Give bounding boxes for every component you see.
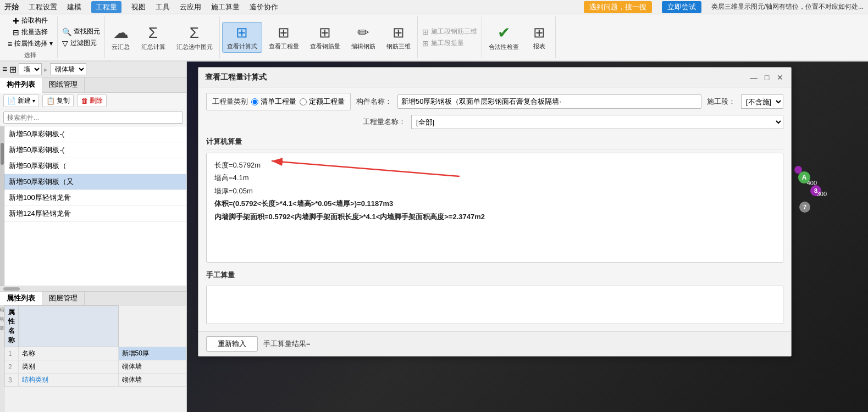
- delete-component-btn[interactable]: 🗑 删除: [77, 94, 107, 107]
- scroll-indicator[interactable]: [0, 126, 4, 286]
- quantity-icon: ⊞: [278, 24, 290, 41]
- tab-layer-management[interactable]: 图层管理: [42, 292, 85, 305]
- dialog-title-bar: 查看工程量计算式 — □ ✕: [198, 68, 791, 87]
- dialog-minimize-btn[interactable]: —: [749, 73, 758, 82]
- dialog-maximize-btn[interactable]: □: [762, 73, 771, 82]
- menu-construction-calc[interactable]: 施工算量: [211, 2, 240, 12]
- prop-name-3: 结构类别: [19, 374, 119, 387]
- radio-dinge-input[interactable]: [300, 98, 307, 105]
- tab-component-list[interactable]: 构件列表: [0, 77, 42, 93]
- calc-line-2: 墙厚=0.05m: [214, 185, 775, 197]
- stage-quantity-btn[interactable]: ⊞ 施工段提量: [420, 38, 466, 48]
- form-row-top: 工程量类别 清单工程量 定额工程量 构件名称： 施工: [206, 93, 783, 110]
- cloud-total-btn[interactable]: ☁ 云汇总: [107, 22, 135, 53]
- prop-value-1[interactable]: 新增50厚: [118, 347, 186, 360]
- form-row-quantity-name: 工程量名称： [全部]: [206, 115, 783, 129]
- attr-select-btn[interactable]: ≡ 按属性选择 ▾: [5, 38, 55, 49]
- menu-start[interactable]: 开始: [4, 2, 19, 12]
- dialog-view-formula: 查看工程量计算式 — □ ✕ 工程量类别 清单工程量: [198, 67, 792, 357]
- component-name-input[interactable]: [397, 94, 701, 109]
- filter-bar: ≡ ⊞ 墙 ▸ 砌体墙: [0, 62, 186, 77]
- dialog-title: 查看工程量计算式: [205, 73, 267, 82]
- legality-check-btn[interactable]: ✔ 合法性检查: [484, 22, 523, 53]
- select-group: ✚ 拾取构件 ⊟ 批量选择 ≡ 按属性选择 ▾ 选择: [3, 16, 58, 58]
- new-dropdown-icon[interactable]: ▾: [32, 98, 35, 104]
- sidebar-icon-list[interactable]: ≡: [2, 64, 7, 74]
- left-sidebar: ≡ ⊞ 墙 ▸ 砌体墙 构件列表 图纸管理 📄 新建 ▾ 📋 复制: [0, 62, 187, 412]
- cloud-calc-group: ☁ 云汇总 Σ 汇总计算 Σ 汇总选中图元: [105, 16, 220, 58]
- list-item-selected[interactable]: 新增50厚彩钢板（又: [4, 174, 186, 190]
- list-item[interactable]: 新增50厚彩钢板（: [4, 158, 186, 174]
- prop-name-2: 类别: [19, 360, 119, 374]
- node-7: 7: [799, 202, 810, 213]
- list-item[interactable]: 新增50厚彩钢板-(: [4, 142, 186, 158]
- stage-rebar-3d-btn[interactable]: ⊞ 施工段钢筋三维: [420, 26, 479, 37]
- prop-id-3: 3: [5, 374, 19, 387]
- view-rebar-btn[interactable]: ⊞ 查看钢筋量: [306, 23, 345, 52]
- batch-select-btn[interactable]: ⊟ 批量选择: [5, 27, 55, 37]
- quantity-name-select[interactable]: [全部]: [411, 115, 783, 129]
- radio-dinge[interactable]: 定额工程量: [300, 97, 345, 107]
- prop-value-3[interactable]: 砌体墙: [118, 374, 186, 387]
- edit-rebar-btn[interactable]: ✏ 编辑钢筋: [347, 23, 380, 52]
- try-button[interactable]: 立即尝试: [662, 1, 701, 13]
- manual-section: 手工算量: [206, 268, 783, 326]
- find-element-btn[interactable]: 🔍 查找图元: [60, 26, 102, 37]
- search-input[interactable]: [3, 112, 183, 124]
- report-icon: ⊞: [533, 24, 545, 41]
- prop-side-icon2: 塔: [0, 316, 4, 323]
- list-item[interactable]: 新增100厚轻钢龙骨: [4, 190, 186, 206]
- filter-type-select[interactable]: 墙: [19, 63, 42, 75]
- total-selected-btn[interactable]: Σ 汇总选中图元: [172, 23, 217, 53]
- view-report-btn[interactable]: ⊞ 报表: [526, 23, 553, 52]
- menu-quantity[interactable]: 工程量: [91, 1, 121, 13]
- filter-element-btn[interactable]: ▽ 过滤图元: [60, 38, 99, 48]
- pick-component-btn[interactable]: ✚ 拾取构件: [5, 15, 55, 26]
- dialog-body: 工程量类别 清单工程量 定额工程量 构件名称： 施工: [198, 87, 791, 331]
- menu-modeling[interactable]: 建模: [67, 2, 81, 12]
- scroll-thumb: [1, 143, 4, 165]
- radio-qingdan-input[interactable]: [251, 98, 258, 105]
- list-item[interactable]: 新增50厚彩钢板-(: [4, 126, 186, 142]
- view-calc-group: ⊞ 查看计算式 ⊞ 查看工程量 ⊞ 查看钢筋量 ✏ 编辑钢筋 ⊞ 钢筋三维: [220, 16, 418, 58]
- calc-content-box: 长度=0.5792m 墙高=4.1m 墙厚=0.05m 体积=(0.5792<长…: [206, 153, 783, 263]
- new-component-btn[interactable]: 📄 新建 ▾: [3, 94, 39, 107]
- tab-attributes[interactable]: 属性列表: [0, 292, 42, 305]
- sigma-icon: Σ: [148, 24, 158, 42]
- calc-line-1: 墙高=4.1m: [214, 171, 775, 184]
- copy-component-btn[interactable]: 📋 复制: [42, 94, 74, 107]
- list-item[interactable]: 新增124厚轻钢龙骨: [4, 206, 186, 222]
- select-section-label: 选择: [5, 51, 55, 59]
- menu-tools[interactable]: 工具: [156, 2, 170, 12]
- formula-icon: ⊞: [236, 24, 248, 41]
- prop-row-3: 3 结构类别 砌体墙: [5, 374, 186, 387]
- tab-drawing-management[interactable]: 图纸管理: [42, 77, 85, 92]
- menu-project-settings[interactable]: 工程设置: [29, 2, 57, 12]
- view-quantity-btn[interactable]: ⊞ 查看工程量: [264, 23, 303, 52]
- filter-divider: ▸: [44, 65, 48, 74]
- prop-name-1: 名称: [19, 347, 119, 360]
- sigma2-icon: Σ: [190, 24, 199, 42]
- menu-cloud[interactable]: 云应用: [180, 2, 201, 12]
- panel-toolbar: 📄 新建 ▾ 📋 复制 🗑 删除: [0, 93, 186, 109]
- search-box-area: [0, 109, 186, 126]
- dialog-close-btn[interactable]: ✕: [776, 73, 784, 82]
- view-formula-btn[interactable]: ⊞ 查看计算式: [222, 22, 262, 53]
- reinput-btn[interactable]: 重新输入: [206, 336, 258, 352]
- filter-subtype-select[interactable]: 砌体墙: [50, 63, 86, 75]
- problem-button[interactable]: 遇到问题，搜一搜: [584, 1, 652, 13]
- stage-select[interactable]: [不含施]: [741, 94, 783, 109]
- prop-row-1: 1 名称 新增50厚: [5, 347, 186, 360]
- prop-value-2[interactable]: 砌体墙: [118, 360, 186, 374]
- copy-icon: 📋: [46, 97, 55, 105]
- total-calc-btn[interactable]: Σ 汇总计算: [137, 23, 170, 53]
- menu-view[interactable]: 视图: [131, 2, 146, 12]
- prop-side-icon1: 暗: [0, 307, 4, 314]
- quantity-name-label: 工程量名称：: [363, 117, 406, 127]
- component-name-label: 构件名称：: [356, 97, 392, 107]
- manual-input[interactable]: [206, 286, 783, 324]
- sidebar-icon-grid[interactable]: ⊞: [9, 64, 16, 75]
- radio-qingdan[interactable]: 清单工程量: [251, 97, 296, 107]
- rebar-3d-btn[interactable]: ⊞ 钢筋三维: [382, 23, 415, 52]
- menu-cost-collab[interactable]: 造价协作: [250, 2, 278, 12]
